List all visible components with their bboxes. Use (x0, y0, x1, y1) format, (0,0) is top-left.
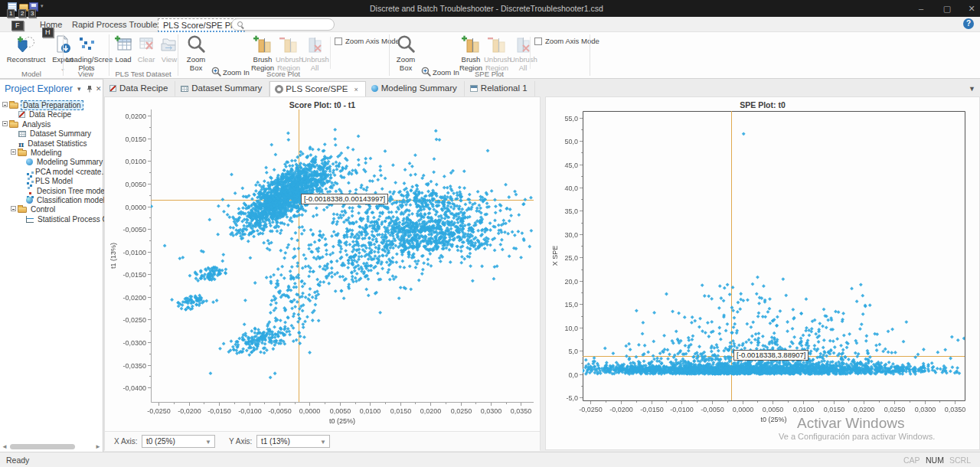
close-tab-icon[interactable]: × (354, 86, 358, 93)
control-chart-icon (26, 216, 34, 223)
score-brush-region-button[interactable]: Brush Region (250, 34, 276, 69)
score-zoom-axis-mode[interactable]: Zoom Axis Mode (335, 37, 400, 45)
doctab-data-recipe[interactable]: Data Recipe (104, 81, 175, 96)
tree-item-modeling-summary[interactable]: Modeling Summary (0, 158, 103, 167)
tree-item-classification-model[interactable]: Classification model < (0, 196, 103, 205)
tree-item-analysis[interactable]: Analysis (0, 120, 103, 129)
spe-unbrush-all-button: Unbrush All (510, 34, 536, 69)
sphere-icon (26, 158, 33, 165)
tree-item-modeling[interactable]: Modeling (0, 149, 103, 158)
reconstruct-button[interactable]: Reconstruct (5, 34, 47, 69)
folder-icon (9, 103, 18, 109)
explorer-horizontal-scrollbar[interactable]: ◄ ► (2, 443, 101, 451)
score-zoom-axis-mode-checkbox[interactable] (335, 38, 342, 45)
clear-test-dataset-button: Clear (135, 34, 158, 69)
status-bar: Ready CAP NUM SCRL (0, 452, 980, 467)
score-zoom-box-button[interactable]: Zoom Box (182, 34, 210, 69)
y-axis-label: Y Axis: (229, 437, 252, 446)
doctab-pls-score-spe[interactable]: PLS Score/SPE× (270, 81, 365, 96)
status-num-lock: NUM (926, 456, 944, 465)
close-button[interactable]: ✕ (960, 0, 980, 17)
spe-plot-tooltip: [-0.0018338,3.88907] (733, 350, 808, 361)
load-test-dataset-button[interactable]: Load (112, 34, 135, 69)
score-unbrush-region-button: Unbrush Region (276, 34, 302, 69)
loading-scree-plots-button[interactable]: Loading/Scree Plots (66, 34, 107, 69)
project-explorer-header: Project Explorer ▾ ✕ (0, 81, 103, 96)
collapse-expander-icon[interactable] (11, 149, 16, 155)
window-icon (470, 85, 478, 92)
scrollbar-thumb[interactable] (10, 444, 75, 449)
tab-list-dropdown-icon[interactable]: ▼ (969, 85, 975, 93)
keytip-1: 1 (7, 9, 15, 18)
close-panel-icon[interactable]: ✕ (96, 85, 102, 93)
ribbon: Reconstruct Export ⌄ Loading/Scree Plots… (0, 32, 980, 79)
panel-menu-icon[interactable]: ▾ (77, 85, 81, 93)
score-plot-canvas[interactable] (106, 106, 538, 431)
activation-watermark-line1: Activar Windows (797, 415, 904, 432)
score-plot-panel: Score Plot: t0 - t1 [-0.0018338,0.001439… (104, 96, 541, 450)
tree-item-decision-tree-model[interactable]: Decision Tree model < (0, 187, 103, 196)
decision-tree-icon (29, 192, 31, 194)
spe-brush-region-button[interactable]: Brush Region (458, 34, 484, 69)
axis-selector-bar: X Axis: t0 (25%)▼ Y Axis: t1 (13%)▼ (105, 431, 540, 451)
spe-zoom-axis-mode-checkbox[interactable] (534, 38, 542, 45)
tree-item-pls-model[interactable]: PLS Model (0, 177, 103, 186)
scroll-left-icon[interactable]: ◄ (2, 443, 8, 450)
project-explorer-title: Project Explorer (5, 83, 73, 94)
tree-item-statistical-process-control[interactable]: Statistical Process Con (0, 215, 103, 224)
project-tree: Data Preparation Data Recipe Analysis Da… (0, 101, 103, 224)
y-axis-select[interactable]: t1 (13%)▼ (256, 435, 330, 448)
loading-scree-plots-icon (77, 34, 96, 54)
keytip-3: 3 (28, 9, 36, 18)
spe-plot-panel: SPE Plot: t0 [-0.0018338,3.88907] Activa… (545, 96, 980, 450)
collapse-expander-icon[interactable] (2, 121, 8, 126)
tree-item-data-preparation[interactable]: Data Preparation (0, 101, 103, 110)
table-icon (181, 86, 188, 92)
ribbon-search-input[interactable] (231, 18, 335, 31)
folder-icon (18, 207, 27, 213)
classification-icon (26, 197, 33, 204)
table-icon (18, 131, 26, 137)
document-tab-bar: Data Recipe Dataset Summary PLS Score/SP… (104, 81, 980, 96)
spe-zoom-box-button[interactable]: Zoom Box (392, 34, 420, 69)
qat-dropdown-icon[interactable]: ▾ (41, 3, 44, 9)
doctab-dataset-summary[interactable]: Dataset Summary (175, 81, 270, 96)
collapse-expander-icon[interactable] (2, 102, 8, 107)
group-label-spe-plot: SPE Plot (389, 70, 590, 78)
tree-item-control[interactable]: Control (0, 205, 103, 214)
gear-icon (276, 86, 283, 93)
doctab-relational-1[interactable]: Relational 1 (465, 81, 535, 96)
folder-icon (18, 150, 27, 156)
home-tab-keytip: H (42, 28, 54, 38)
pin-icon[interactable] (87, 86, 93, 93)
tree-item-pca-model[interactable]: PCA model <create...> (0, 168, 103, 177)
tree-item-dataset-summary[interactable]: Dataset Summary (0, 129, 103, 139)
restore-button[interactable]: ▢ (936, 0, 959, 17)
load-icon (114, 34, 132, 54)
activation-watermark-line2: Ve a Configuración para activar Windows. (779, 432, 935, 441)
zoom-box-icon (396, 34, 416, 54)
file-tab-keytip[interactable]: F (11, 21, 24, 31)
scatter-icon (27, 173, 29, 175)
project-explorer-panel: Project Explorer ▾ ✕ Data Preparation Da… (0, 79, 103, 452)
help-icon[interactable]: ? (963, 18, 974, 29)
scroll-right-icon[interactable]: ► (95, 443, 101, 450)
x-axis-select[interactable]: t0 (25%)▼ (142, 435, 215, 448)
score-plot-tooltip: [-0.0018338,0.00143997] (301, 194, 388, 204)
spe-plot-canvas[interactable] (548, 106, 978, 431)
status-caps-lock: CAP (903, 456, 920, 465)
clear-icon (137, 34, 155, 54)
reconstruct-icon (16, 34, 36, 54)
unbrush-region-icon (279, 34, 299, 54)
sphere-icon (371, 85, 378, 92)
unbrush-region-icon (487, 34, 507, 54)
tree-item-dataset-statistics[interactable]: πDataset Statistics (0, 139, 103, 149)
scatter-icon (27, 182, 29, 185)
status-ready: Ready (6, 456, 29, 465)
doctab-modeling-summary[interactable]: Modeling Summary (366, 81, 465, 96)
x-axis-label: X Axis: (114, 437, 138, 446)
tree-item-data-recipe[interactable]: Data Recipe (0, 110, 103, 119)
collapse-expander-icon[interactable] (11, 206, 16, 211)
chevron-down-icon: ▼ (320, 436, 326, 448)
minimize-button[interactable]: – (910, 0, 933, 17)
